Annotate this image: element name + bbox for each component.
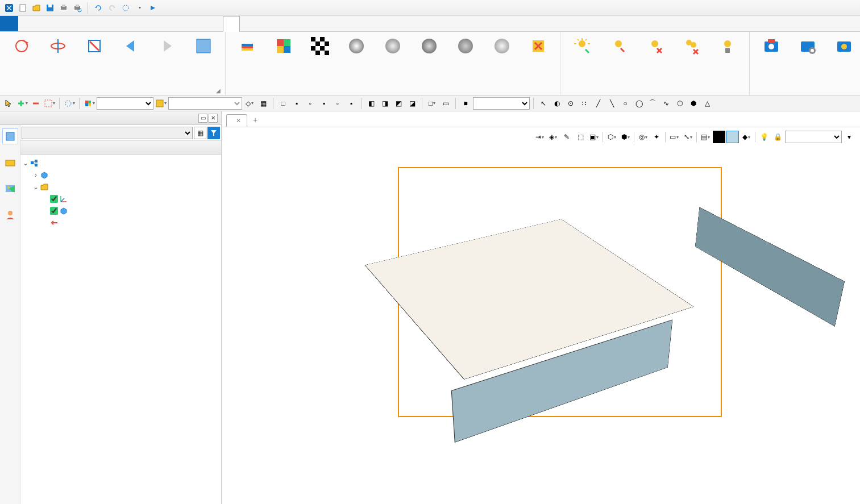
qat-dropdown-icon[interactable]	[134, 2, 145, 14]
aluminum-button[interactable]	[485, 34, 519, 93]
vt-cube-icon[interactable]: ⬚	[574, 131, 587, 143]
repaint-button[interactable]	[77, 34, 111, 93]
tab-tools[interactable]	[206, 16, 223, 31]
light-delete-button[interactable]	[638, 34, 672, 93]
tab-repair[interactable]	[172, 16, 189, 31]
tab-simulation[interactable]	[308, 16, 325, 31]
tb-icon-12[interactable]: ◪	[406, 97, 418, 110]
metal-matte-button[interactable]	[448, 34, 483, 93]
undo-icon[interactable]	[93, 2, 104, 14]
tb-icon-2[interactable]: ▦	[257, 97, 269, 110]
tb-geo-11[interactable]: ⬢	[687, 97, 700, 110]
texture-map-button[interactable]	[267, 34, 301, 93]
tab-surface[interactable]	[35, 16, 52, 31]
tab-mold[interactable]	[291, 16, 308, 31]
tb-geo-7[interactable]: ◯	[633, 97, 645, 110]
tab-fti[interactable]	[103, 16, 121, 31]
vt-section-icon[interactable]: ▤	[699, 131, 712, 143]
tb-icon-8[interactable]: ▪	[345, 97, 358, 110]
display-option-select[interactable]	[22, 127, 193, 139]
save-icon[interactable]	[44, 2, 56, 14]
tb-icon-1[interactable]: ◇	[243, 97, 256, 110]
close-icon[interactable]: ✕	[236, 117, 241, 124]
tree-history[interactable]: ⌄	[22, 181, 220, 193]
tb-icon-13[interactable]: □	[426, 97, 438, 110]
new-tab-icon[interactable]: +	[248, 113, 262, 127]
metal-wire-button[interactable]	[376, 34, 410, 93]
hex-checkbox[interactable]	[50, 207, 58, 215]
tab-sheetmetal[interactable]	[86, 16, 103, 31]
tb-geo-3[interactable]: ∷	[578, 97, 591, 110]
render-button[interactable]	[827, 34, 860, 93]
tb-icon-7[interactable]: ▫	[331, 97, 344, 110]
vt-color-blue-icon[interactable]	[726, 131, 739, 143]
remove-icon[interactable]	[30, 97, 42, 110]
loop-select-icon[interactable]	[63, 97, 76, 110]
tb-geo-4[interactable]: ╱	[592, 97, 604, 110]
sidebar-part-icon[interactable]	[2, 155, 18, 170]
sidebar-image-icon[interactable]	[2, 181, 18, 197]
tb-icon-3[interactable]: □	[277, 97, 289, 110]
tb-geo-8[interactable]: ⌒	[646, 97, 659, 110]
tab-weldment[interactable]	[121, 16, 138, 31]
redo-icon[interactable]	[106, 2, 118, 14]
light-modify-button[interactable]	[601, 34, 635, 93]
tree-stop[interactable]	[22, 216, 220, 228]
vt-axis-icon[interactable]: ⤡	[682, 131, 694, 143]
fullscreen-icon[interactable]	[120, 2, 131, 14]
viewport[interactable]: ⇥ ◈ ✎ ⬚ ▣ ⬡ ⬢ ◎ ✦ ▭ ⤡ ▤ ◆ 💡	[222, 127, 860, 504]
open-icon[interactable]	[31, 2, 42, 14]
vt-cubes-icon[interactable]: ▣	[588, 131, 600, 143]
delete-texture-button[interactable]	[521, 34, 555, 93]
file-menu[interactable]	[0, 16, 18, 31]
vt-plane-icon[interactable]: ▭	[668, 131, 680, 143]
light-add-button[interactable]	[565, 34, 599, 93]
print-preview-icon[interactable]	[72, 2, 83, 14]
tree-opt1-icon[interactable]: ▦	[194, 127, 206, 139]
tab-pointcloud[interactable]	[138, 16, 155, 31]
tb-geo-2[interactable]: ⊙	[564, 97, 577, 110]
vt-origin-icon[interactable]: ✦	[650, 131, 663, 143]
tab-query[interactable]	[240, 16, 257, 31]
light-delete-all-button[interactable]	[674, 34, 708, 93]
filter-all-select[interactable]	[97, 97, 153, 110]
tb-icon-4[interactable]: ▪	[290, 97, 303, 110]
add-icon[interactable]	[16, 97, 28, 110]
tab-modeling[interactable]	[18, 16, 35, 31]
layer-lock-icon[interactable]: 🔒	[771, 131, 784, 143]
single-view-button[interactable]	[186, 34, 221, 93]
doc-tab[interactable]: ✕	[226, 114, 247, 127]
tb-geo-6[interactable]: ○	[619, 97, 632, 110]
tb-icon-5[interactable]: ▫	[304, 97, 317, 110]
tb-icon-15[interactable]: ■	[459, 97, 472, 110]
set-rotate-center-button[interactable]	[5, 34, 39, 93]
vt-shade-icon[interactable]: ⬢	[619, 131, 632, 143]
panel-float-icon[interactable]: ▭	[198, 114, 207, 123]
vt-wire-icon[interactable]: ⬡	[605, 131, 618, 143]
color-filter-icon[interactable]	[83, 97, 95, 110]
tb-geo-9[interactable]: ∿	[660, 97, 672, 110]
layer-bulb-icon[interactable]: 💡	[758, 131, 770, 143]
tree-hex[interactable]	[22, 205, 220, 216]
tree-csys[interactable]	[22, 193, 220, 205]
tree-root[interactable]: ⌄	[22, 157, 220, 169]
model-cube[interactable]	[406, 181, 668, 443]
layer-select[interactable]	[785, 131, 842, 143]
layer-dd-icon[interactable]: ▾	[843, 131, 855, 143]
cursor-icon[interactable]: ↖	[537, 97, 550, 110]
csys-checkbox[interactable]	[50, 195, 58, 203]
tb-geo-1[interactable]: ◐	[551, 97, 563, 110]
prev-view-button[interactable]	[114, 34, 148, 93]
tab-direct-edit[interactable]	[69, 16, 86, 31]
vt-edit-icon[interactable]: ✎	[560, 131, 573, 143]
panel-close-icon[interactable]: ✕	[209, 114, 218, 123]
sidebar-user-icon[interactable]	[2, 207, 18, 223]
metal-button[interactable]	[339, 34, 373, 93]
tab-wireframe[interactable]	[52, 16, 69, 31]
tree-filter-icon[interactable]	[207, 127, 220, 139]
tb-geo-10[interactable]: ⬡	[674, 97, 686, 110]
set-rotate-axis-button[interactable]	[41, 34, 75, 93]
tb-icon-14[interactable]: ▭	[439, 97, 452, 110]
print-icon[interactable]	[58, 2, 69, 14]
vt-box-icon[interactable]: ◈	[547, 131, 559, 143]
